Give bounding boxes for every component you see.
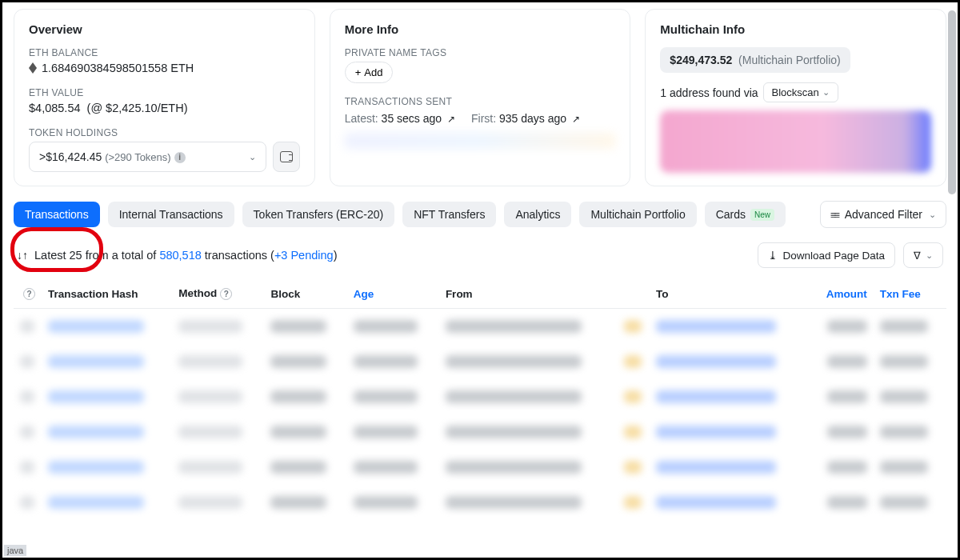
tab-token-transfers[interactable]: Token Transfers (ERC-20) [242, 202, 395, 227]
plus-icon: + [355, 66, 362, 78]
sliders-icon [830, 208, 838, 221]
tabs-row: Transactions Internal Transactions Token… [14, 201, 946, 228]
new-badge: New [750, 209, 774, 221]
col-hash: Transaction Hash [42, 279, 172, 309]
tx-sent-label: TRANSACTIONS SENT [345, 96, 616, 107]
col-to: To [650, 279, 809, 309]
tab-nft-transfers[interactable]: NFT Transfers [402, 202, 496, 227]
chevron-down-icon: ⌄ [926, 250, 933, 261]
tab-cards[interactable]: Cards New [705, 202, 786, 227]
tab-analytics[interactable]: Analytics [504, 202, 571, 227]
eth-balance-label: ETH BALANCE [29, 47, 300, 58]
address-found-line: 1 address found via Blockscan ⌄ [660, 82, 931, 102]
more-info-card: More Info PRIVATE NAME TAGS + Add TRANSA… [330, 9, 631, 186]
multichain-title: Multichain Info [660, 22, 931, 36]
ethereum-icon [29, 62, 37, 74]
blockscan-dropdown[interactable]: Blockscan ⌄ [763, 82, 838, 102]
tab-internal-transactions[interactable]: Internal Transactions [108, 202, 234, 227]
pending-link[interactable]: +3 Pending [274, 249, 334, 262]
advanced-filter-button[interactable]: Advanced Filter ⌄ [820, 201, 946, 228]
chevron-down-icon: ⌄ [822, 87, 830, 98]
blurred-region [345, 133, 616, 149]
wallet-icon [280, 151, 293, 162]
chevron-down-icon: ⌄ [249, 152, 256, 162]
table-row [14, 344, 946, 379]
blurred-banner [660, 110, 931, 173]
token-holdings-dropdown[interactable]: >$16,424.45 (>290 Tokens) i ⌄ [29, 142, 266, 172]
table-row [14, 450, 946, 485]
list-meta-bar: ↓↑ Latest 25 from a total of 580,518 tra… [14, 242, 946, 268]
add-tag-button[interactable]: + Add [345, 62, 394, 83]
external-link-icon[interactable]: ↗ [572, 114, 580, 125]
col-block: Block [264, 279, 346, 309]
info-dot-icon: i [174, 152, 186, 163]
eth-value-amount: $4,085.54 (@ $2,425.10/ETH) [29, 102, 300, 114]
col-method: Method? [172, 279, 264, 309]
download-page-data-button[interactable]: Download Page Data [758, 242, 895, 268]
help-icon[interactable]: ? [220, 288, 232, 300]
table-row [14, 379, 946, 414]
col-fee[interactable]: Txn Fee [874, 279, 946, 309]
transactions-table: ? Transaction Hash Method? Block Age Fro… [14, 279, 946, 520]
col-from: From [439, 279, 618, 309]
table-row [14, 309, 946, 345]
help-icon[interactable]: ? [23, 288, 35, 300]
sort-icon[interactable]: ↓↑ [17, 249, 28, 262]
table-row [14, 414, 946, 450]
eth-balance-value: 1.684690384598501558 ETH [29, 62, 300, 74]
token-holdings-label: TOKEN HOLDINGS [29, 127, 300, 138]
tab-multichain-portfolio[interactable]: Multichain Portfolio [579, 202, 696, 227]
column-filter-button[interactable]: ⌄ [903, 242, 943, 268]
col-amount[interactable]: Amount [809, 279, 873, 309]
private-tags-label: PRIVATE NAME TAGS [345, 47, 616, 58]
wallet-button[interactable] [273, 142, 300, 172]
overview-card: Overview ETH BALANCE 1.68469038459850155… [14, 9, 315, 186]
overview-title: Overview [29, 22, 300, 36]
eth-value-label: ETH VALUE [29, 87, 300, 98]
funnel-icon [914, 250, 921, 262]
footer-tag: java [4, 545, 26, 556]
col-age[interactable]: Age [347, 279, 439, 309]
multichain-card: Multichain Info $249,473.52 (Multichain … [645, 9, 946, 186]
external-link-icon[interactable]: ↗ [447, 114, 455, 125]
portfolio-value-pill[interactable]: $249,473.52 (Multichain Portfolio) [660, 47, 850, 73]
chevron-down-icon: ⌄ [929, 210, 936, 220]
more-info-title: More Info [345, 22, 616, 36]
download-icon [768, 249, 778, 262]
scrollbar[interactable] [948, 10, 956, 194]
total-tx-link[interactable]: 580,518 [159, 249, 201, 262]
tab-transactions[interactable]: Transactions [14, 202, 100, 227]
table-row [14, 485, 946, 520]
